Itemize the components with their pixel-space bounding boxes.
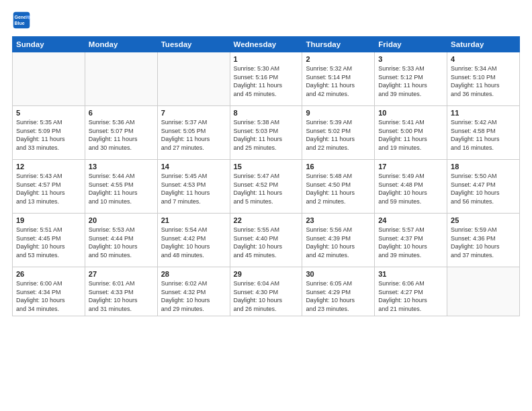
cell-info: Sunrise: 6:00 AM Sunset: 4:34 PM Dayligh… <box>16 279 81 313</box>
calendar-cell: 9Sunrise: 5:39 AM Sunset: 5:02 PM Daylig… <box>302 106 375 160</box>
cell-info: Sunrise: 5:43 AM Sunset: 4:57 PM Dayligh… <box>16 172 81 205</box>
calendar-cell: 14Sunrise: 5:45 AM Sunset: 4:53 PM Dayli… <box>157 160 230 214</box>
calendar: SundayMondayTuesdayWednesdayThursdayFrid… <box>12 36 520 316</box>
weekday-header-wednesday: Wednesday <box>230 37 302 52</box>
cell-info: Sunrise: 5:33 AM Sunset: 5:12 PM Dayligh… <box>378 64 443 98</box>
day-number: 25 <box>451 216 516 224</box>
day-number: 12 <box>16 163 81 171</box>
cell-info: Sunrise: 5:54 AM Sunset: 4:42 PM Dayligh… <box>161 226 226 259</box>
calendar-cell: 20Sunrise: 5:53 AM Sunset: 4:44 PM Dayli… <box>85 214 157 267</box>
cell-info: Sunrise: 5:51 AM Sunset: 4:45 PM Dayligh… <box>16 226 81 259</box>
calendar-cell: 28Sunrise: 6:02 AM Sunset: 4:32 PM Dayli… <box>157 267 230 316</box>
weekday-header-sunday: Sunday <box>13 37 85 52</box>
calendar-cell: 12Sunrise: 5:43 AM Sunset: 4:57 PM Dayli… <box>13 160 85 214</box>
cell-info: Sunrise: 5:37 AM Sunset: 5:05 PM Dayligh… <box>161 118 226 152</box>
cell-info: Sunrise: 5:38 AM Sunset: 5:03 PM Dayligh… <box>234 118 299 152</box>
cell-info: Sunrise: 5:48 AM Sunset: 4:50 PM Dayligh… <box>306 172 371 205</box>
calendar-cell <box>447 267 520 316</box>
cell-info: Sunrise: 6:05 AM Sunset: 4:29 PM Dayligh… <box>306 279 371 313</box>
logo-icon: General Blue <box>12 11 31 30</box>
logo: General Blue <box>12 11 34 30</box>
cell-info: Sunrise: 6:06 AM Sunset: 4:27 PM Dayligh… <box>378 279 443 313</box>
calendar-cell: 29Sunrise: 6:04 AM Sunset: 4:30 PM Dayli… <box>230 267 302 316</box>
day-number: 9 <box>306 109 371 117</box>
day-number: 21 <box>161 216 226 224</box>
page: General Blue SundayMondayTuesdayWednesda… <box>0 0 532 411</box>
calendar-cell: 24Sunrise: 5:57 AM Sunset: 4:37 PM Dayli… <box>375 214 447 267</box>
day-number: 4 <box>451 55 516 63</box>
day-number: 19 <box>16 216 81 224</box>
day-number: 15 <box>234 163 299 171</box>
day-number: 31 <box>378 270 443 278</box>
week-row-4: 26Sunrise: 6:00 AM Sunset: 4:34 PM Dayli… <box>13 267 520 316</box>
cell-info: Sunrise: 5:53 AM Sunset: 4:44 PM Dayligh… <box>89 226 154 259</box>
cell-info: Sunrise: 5:42 AM Sunset: 4:58 PM Dayligh… <box>451 118 516 152</box>
day-number: 13 <box>89 163 154 171</box>
cell-info: Sunrise: 5:39 AM Sunset: 5:02 PM Dayligh… <box>306 118 371 152</box>
day-number: 27 <box>89 270 154 278</box>
calendar-cell: 30Sunrise: 6:05 AM Sunset: 4:29 PM Dayli… <box>302 267 375 316</box>
calendar-cell: 8Sunrise: 5:38 AM Sunset: 5:03 PM Daylig… <box>230 106 302 160</box>
calendar-cell: 4Sunrise: 5:34 AM Sunset: 5:10 PM Daylig… <box>447 52 520 106</box>
calendar-cell: 31Sunrise: 6:06 AM Sunset: 4:27 PM Dayli… <box>375 267 447 316</box>
calendar-cell: 6Sunrise: 5:36 AM Sunset: 5:07 PM Daylig… <box>85 106 157 160</box>
day-number: 1 <box>234 55 299 63</box>
day-number: 24 <box>378 216 443 224</box>
weekday-header-tuesday: Tuesday <box>157 37 230 52</box>
calendar-cell: 10Sunrise: 5:41 AM Sunset: 5:00 PM Dayli… <box>375 106 447 160</box>
cell-info: Sunrise: 5:55 AM Sunset: 4:40 PM Dayligh… <box>234 226 299 259</box>
calendar-cell: 22Sunrise: 5:55 AM Sunset: 4:40 PM Dayli… <box>230 214 302 267</box>
day-number: 23 <box>306 216 371 224</box>
day-number: 29 <box>234 270 299 278</box>
cell-info: Sunrise: 6:01 AM Sunset: 4:33 PM Dayligh… <box>89 279 154 313</box>
day-number: 28 <box>161 270 226 278</box>
day-number: 3 <box>378 55 443 63</box>
cell-info: Sunrise: 5:32 AM Sunset: 5:14 PM Dayligh… <box>306 64 371 98</box>
cell-info: Sunrise: 5:45 AM Sunset: 4:53 PM Dayligh… <box>161 172 226 205</box>
day-number: 14 <box>161 163 226 171</box>
calendar-cell: 18Sunrise: 5:50 AM Sunset: 4:47 PM Dayli… <box>447 160 520 214</box>
cell-info: Sunrise: 5:34 AM Sunset: 5:10 PM Dayligh… <box>451 64 516 98</box>
calendar-cell: 2Sunrise: 5:32 AM Sunset: 5:14 PM Daylig… <box>302 52 375 106</box>
week-row-0: 1Sunrise: 5:30 AM Sunset: 5:16 PM Daylig… <box>13 52 520 106</box>
calendar-cell <box>13 52 85 106</box>
calendar-cell: 15Sunrise: 5:47 AM Sunset: 4:52 PM Dayli… <box>230 160 302 214</box>
cell-info: Sunrise: 5:36 AM Sunset: 5:07 PM Dayligh… <box>89 118 154 152</box>
weekday-header-saturday: Saturday <box>447 37 520 52</box>
cell-info: Sunrise: 5:47 AM Sunset: 4:52 PM Dayligh… <box>234 172 299 205</box>
weekday-header-monday: Monday <box>85 37 157 52</box>
cell-info: Sunrise: 5:57 AM Sunset: 4:37 PM Dayligh… <box>378 226 443 259</box>
day-number: 6 <box>89 109 154 117</box>
day-number: 8 <box>234 109 299 117</box>
cell-info: Sunrise: 5:41 AM Sunset: 5:00 PM Dayligh… <box>378 118 443 152</box>
calendar-cell: 23Sunrise: 5:56 AM Sunset: 4:39 PM Dayli… <box>302 214 375 267</box>
day-number: 7 <box>161 109 226 117</box>
day-number: 10 <box>378 109 443 117</box>
header: General Blue <box>12 11 520 30</box>
svg-text:Blue: Blue <box>15 21 25 26</box>
week-row-3: 19Sunrise: 5:51 AM Sunset: 4:45 PM Dayli… <box>13 214 520 267</box>
cell-info: Sunrise: 5:30 AM Sunset: 5:16 PM Dayligh… <box>234 64 299 98</box>
day-number: 16 <box>306 163 371 171</box>
cell-info: Sunrise: 5:44 AM Sunset: 4:55 PM Dayligh… <box>89 172 154 205</box>
weekday-header-thursday: Thursday <box>302 37 375 52</box>
calendar-cell <box>157 52 230 106</box>
calendar-cell: 21Sunrise: 5:54 AM Sunset: 4:42 PM Dayli… <box>157 214 230 267</box>
calendar-cell: 5Sunrise: 5:35 AM Sunset: 5:09 PM Daylig… <box>13 106 85 160</box>
day-number: 20 <box>89 216 154 224</box>
cell-info: Sunrise: 6:02 AM Sunset: 4:32 PM Dayligh… <box>161 279 226 313</box>
day-number: 2 <box>306 55 371 63</box>
calendar-cell: 27Sunrise: 6:01 AM Sunset: 4:33 PM Dayli… <box>85 267 157 316</box>
calendar-cell <box>85 52 157 106</box>
calendar-cell: 17Sunrise: 5:49 AM Sunset: 4:48 PM Dayli… <box>375 160 447 214</box>
week-row-2: 12Sunrise: 5:43 AM Sunset: 4:57 PM Dayli… <box>13 160 520 214</box>
weekday-header-row: SundayMondayTuesdayWednesdayThursdayFrid… <box>13 37 520 52</box>
cell-info: Sunrise: 5:49 AM Sunset: 4:48 PM Dayligh… <box>378 172 443 205</box>
calendar-cell: 7Sunrise: 5:37 AM Sunset: 5:05 PM Daylig… <box>157 106 230 160</box>
day-number: 17 <box>378 163 443 171</box>
cell-info: Sunrise: 5:59 AM Sunset: 4:36 PM Dayligh… <box>451 226 516 259</box>
calendar-cell: 1Sunrise: 5:30 AM Sunset: 5:16 PM Daylig… <box>230 52 302 106</box>
day-number: 22 <box>234 216 299 224</box>
calendar-cell: 25Sunrise: 5:59 AM Sunset: 4:36 PM Dayli… <box>447 214 520 267</box>
calendar-cell: 26Sunrise: 6:00 AM Sunset: 4:34 PM Dayli… <box>13 267 85 316</box>
